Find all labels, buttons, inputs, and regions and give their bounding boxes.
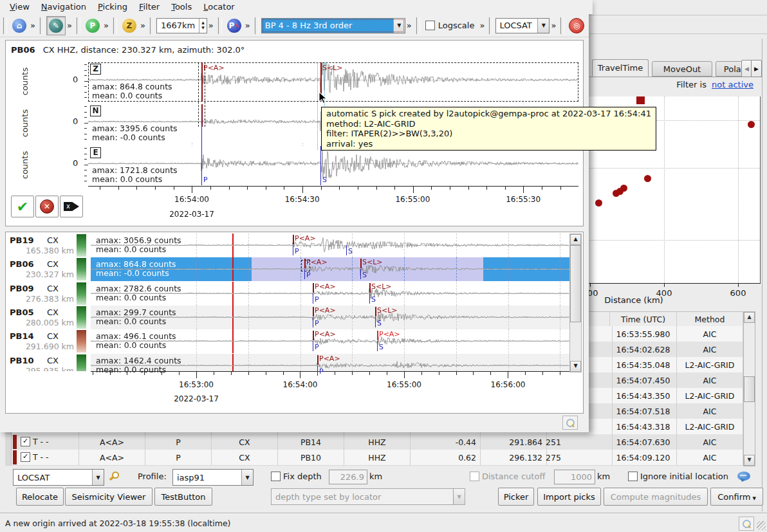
test-button[interactable]: TestButton [154,488,212,506]
y-tick [84,134,87,134]
profile-select[interactable]: iasp91 ▼ [172,469,254,486]
station-trace-strip[interactable]: amax: 299.7 countsmean: 0.0 countsP<A>PS… [91,306,569,329]
menu-navigation[interactable]: Navigation [35,0,92,14]
overflow-chevron-icon[interactable]: » [66,21,73,30]
scroll-down-icon[interactable]: ▼ [744,455,755,466]
filter-select[interactable]: BP 4 - 8 Hz 3rd order ▼ [261,18,405,33]
overflow-chevron-icon[interactable]: » [478,21,486,30]
station-trace-strip[interactable]: amax: 496.1 countsmean: 0.0 countsP<A>PP… [91,329,569,353]
cancel-picks-button[interactable]: ✕ [35,196,59,217]
tab-moveout[interactable]: MoveOut [652,61,712,77]
station-row-pb09[interactable]: PB09CX276.383 kmamax: 2782.6 countsmean:… [6,282,582,306]
row-header-cell [5,450,12,465]
table-row[interactable]: ✓T - -A<A>PCXPB14HHZ-0.44291.86425116:54… [5,434,743,450]
cutoff-input[interactable]: 1000 [554,470,595,484]
apply-picks-button[interactable]: ✔ [11,196,34,217]
z-component-button[interactable]: Z [120,16,139,35]
arrival-checkbox[interactable]: ✓ [21,452,30,462]
y-tick [84,97,87,98]
scrollbar-thumb[interactable] [570,245,581,322]
locator-select[interactable]: LOCSAT ▼ [13,469,104,486]
range-spinbox[interactable]: 1667km ▲ ▼ [156,18,207,33]
waveform-overview[interactable] [91,234,569,257]
station-trace-strip[interactable]: amax: 1462.4 countsmean: 0.0 countsP<A>P [91,354,569,378]
fix-depth-checkbox[interactable] [271,472,281,481]
seismicity-viewer-button[interactable]: Seismicity Viewer [65,488,152,506]
arrival-checkbox[interactable]: ✓ [21,437,30,446]
y-tick [84,128,87,129]
overflow-chevron-icon[interactable]: » [244,21,252,30]
spin-up-icon[interactable]: ▲ [199,19,207,24]
station-code: PB06 [10,259,34,269]
toolbar-locator-select[interactable]: LOCSAT ▼ [495,18,550,33]
station-distance: 276.383 km [6,294,74,304]
menu-tools[interactable]: Tools [165,0,198,14]
range-value: 1667km [157,21,199,30]
logscale-checkbox[interactable] [425,21,435,30]
menu-picking[interactable]: Picking [92,0,133,14]
data-point [748,121,755,128]
overflow-chevron-icon[interactable]: » [102,21,110,30]
y-zero-label: 0 [73,158,78,168]
spin-down-icon[interactable]: ▼ [199,24,207,30]
arrival-line [369,293,370,304]
scroll-up-icon[interactable]: ▲ [744,312,755,323]
y-tick [84,154,87,154]
depth-input[interactable]: 226.9 [329,470,367,484]
goto-origin-button[interactable]: ⌂ [10,16,29,35]
scolv-app: TravelTimeMoveOutPolar ◀ ▶ Filter is not… [0,0,767,532]
tt-tick-label: 600 [730,288,746,298]
station-row-pb05[interactable]: PB05CX280.005 kmamax: 299.7 countsmean: … [6,306,582,329]
p-phase-button[interactable]: P [83,16,102,35]
arrivals-scrollbar[interactable]: ▲ ▼ [743,311,755,466]
confirm-button[interactable]: Confirm ▼ [710,488,763,506]
overflow-chevron-icon[interactable]: » [139,21,147,30]
import-picks-button[interactable]: Import picks [537,488,601,506]
picker-tool-button[interactable]: ✎ [46,16,66,35]
filter-active-link[interactable]: not active [712,80,753,89]
table-row[interactable]: ✓T - -A<A>PCXPB10HHZ0.62296.13227516:54:… [5,450,743,466]
statusbar-search-icon[interactable] [739,517,754,531]
comment-bubble-icon[interactable] [737,472,750,481]
station-row-pb10[interactable]: PB10CX295.935 kmamax: 1462.4 countsmean:… [6,354,582,378]
cell-flags: ✓T - - [12,434,79,450]
relocate-button[interactable]: Relocate [16,488,64,506]
station-row-pb19[interactable]: PB19CX165.380 kmamax: 3056.9 countsmean:… [6,234,582,257]
station-distance: 165.380 km [6,246,74,255]
resize-grip[interactable] [757,521,766,530]
wrench-icon[interactable] [107,471,118,482]
axis-tick [542,186,542,190]
menu-view[interactable]: View [4,0,35,14]
column-header-method[interactable]: Method [677,312,743,327]
scrollbar-thumb[interactable] [744,376,755,402]
waveform-overview[interactable] [91,257,569,281]
scroll-up-icon[interactable]: ▲ [570,234,581,245]
overflow-chevron-icon[interactable]: » [29,21,37,30]
relocate-tool-button[interactable]: ◎ [567,16,586,35]
column-header-time[interactable]: Time (UTC) [610,312,677,327]
station-row-pb06[interactable]: PB06CX230.327 kmamax: 864.8 countsmean: … [6,257,582,281]
overflow-chevron-icon[interactable]: » [207,21,215,30]
menu-locator[interactable]: Locator [198,0,240,14]
pwave-filter-button[interactable]: P∿ [225,16,244,35]
overflow-chevron-icon[interactable]: » [405,21,413,30]
station-row-pb14[interactable]: PB14CX291.690 kmamax: 496.1 countsmean: … [6,329,582,353]
depth-type-placeholder: depth type set by locator [272,492,381,502]
overflow-chevron-icon[interactable]: » [550,21,557,30]
tab-traveltime[interactable]: TravelTime [592,59,649,77]
p-arrival-label: P [203,176,208,184]
axis-time-label: 16:54:30 [285,195,320,204]
scroll-down-icon[interactable]: ▼ [570,361,581,372]
tab-scroll-right-button[interactable]: ▶ [751,60,762,77]
picker-button[interactable]: Picker [498,488,534,506]
trace-row-e[interactable]: Eamax: 1721.8 countsmean: 0.0 counts [88,146,578,185]
station-trace-strip[interactable]: amax: 864.8 countsmean: -0.0 countsP<A>P… [91,257,569,281]
picker-search-icon[interactable] [562,416,578,430]
reject-pick-button[interactable]: x [60,196,83,217]
station-trace-strip[interactable]: amax: 2782.6 countsmean: 0.0 countsP<A>P… [91,282,569,306]
distance-cutoff-checkbox[interactable] [470,472,479,481]
station-list-scrollbar[interactable]: ▲▼ [569,234,582,372]
station-trace-strip[interactable]: amax: 3056.9 countsmean: 0.0 countsP<A>P… [91,234,569,257]
menu-filter[interactable]: Filter [133,0,165,14]
ignore-initial-checkbox[interactable] [628,472,638,481]
